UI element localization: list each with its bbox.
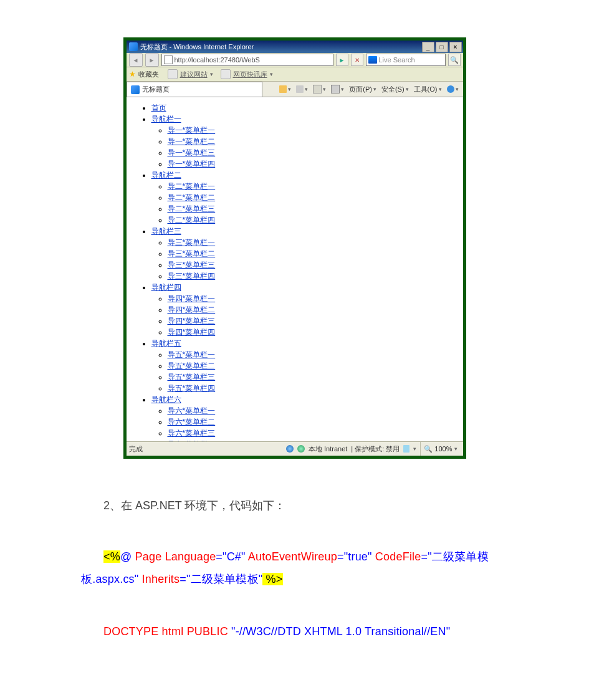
stop-button[interactable]: ✕	[351, 54, 363, 66]
submenu-item: 导二*菜单栏三	[168, 204, 454, 214]
browser-tab[interactable]: 无标题页	[127, 82, 262, 97]
submenu-list: 导三*菜单栏一导三*菜单栏二导三*菜单栏三导三*菜单栏四	[151, 237, 454, 282]
zone-icon	[297, 445, 305, 453]
submenu-list: 导四*菜单栏一导四*菜单栏二导四*菜单栏三导四*菜单栏四	[151, 294, 454, 338]
submenu-link[interactable]: 导五*菜单栏三	[168, 373, 216, 381]
sites-icon	[168, 69, 178, 79]
maximize-button[interactable]: □	[436, 42, 448, 52]
submenu-link[interactable]: 导六*菜单栏三	[168, 429, 216, 438]
window-title: 无标题页 - Windows Internet Explorer	[140, 42, 422, 52]
nav-item: 导航栏四导四*菜单栏一导四*菜单栏二导四*菜单栏三导四*菜单栏四	[151, 282, 454, 338]
minimize-button[interactable]: _	[422, 42, 434, 52]
submenu-link[interactable]: 导五*菜单栏四	[168, 384, 216, 393]
submenu-item: 导五*菜单栏二	[168, 361, 454, 372]
code-eq: =	[337, 550, 344, 563]
nav-link[interactable]: 导航栏三	[151, 227, 181, 236]
shield-icon	[403, 445, 409, 453]
submenu-item: 导一*菜单栏三	[168, 148, 454, 158]
code-open-tag: <%	[103, 550, 120, 563]
code-page: Page	[132, 550, 165, 563]
status-bar: 完成 本地 Intranet | 保护模式: 禁用 ▾ 🔍 100% ▾	[127, 441, 463, 456]
mail-button[interactable]: ▾	[311, 85, 328, 93]
ie-titlebar: 无标题页 - Windows Internet Explorer _ □ ×	[127, 41, 463, 53]
nav-link[interactable]: 导航栏六	[151, 395, 181, 404]
search-placeholder: Live Search	[379, 56, 415, 64]
submenu-link[interactable]: 导六*菜单栏四	[168, 440, 216, 441]
nav-link[interactable]: 导航栏四	[151, 283, 181, 292]
back-button[interactable]: ◄	[129, 53, 143, 67]
code-language-key: Language	[165, 550, 216, 563]
doctype-b: html	[158, 625, 183, 638]
favorites-label[interactable]: 收藏夹	[138, 70, 159, 79]
submenu-item: 导五*菜单栏三	[168, 372, 454, 383]
submenu-item: 导六*菜单栏四	[168, 439, 454, 441]
status-done: 完成	[129, 444, 166, 454]
submenu-link[interactable]: 导三*菜单栏四	[168, 272, 216, 280]
intro-paragraph: 2、在 ASP.NET 环境下，代码如下：	[81, 496, 508, 515]
go-button[interactable]: ►	[336, 54, 348, 66]
page-icon	[164, 55, 173, 64]
submenu-link[interactable]: 导六*菜单栏二	[168, 418, 216, 426]
nav-item: 首页	[151, 103, 454, 113]
search-button[interactable]: 🔍	[448, 54, 461, 66]
page-menu[interactable]: 页面(P)▾	[347, 85, 378, 94]
forward-button[interactable]: ►	[145, 53, 159, 67]
submenu-link[interactable]: 导二*菜单栏三	[168, 204, 216, 213]
close-button[interactable]: ×	[449, 42, 462, 52]
rss-button[interactable]: ▾	[294, 85, 310, 93]
ie-window: 无标题页 - Windows Internet Explorer _ □ × ◄…	[123, 37, 466, 459]
submenu-link[interactable]: 导一*菜单栏三	[168, 148, 216, 157]
tools-menu[interactable]: 工具(O)▾	[412, 85, 444, 94]
address-url: http://localhost:27480/WebS	[175, 56, 260, 64]
submenu-link[interactable]: 导二*菜单栏四	[168, 216, 216, 224]
home-button[interactable]: ▾	[277, 85, 293, 93]
command-bar: ▾ ▾ ▾ ▾ 页面(P)▾ 安全(S)▾ 工具(O)▾ ▾	[262, 82, 463, 97]
webslice-icon	[221, 69, 231, 79]
safety-menu[interactable]: 安全(S)▾	[380, 85, 411, 94]
submenu-item: 导二*菜单栏二	[168, 193, 454, 203]
submenu-link[interactable]: 导四*菜单栏一	[168, 294, 216, 303]
code-eq: =	[421, 550, 428, 563]
live-search-icon	[368, 56, 377, 64]
submenu-link[interactable]: 导一*菜单栏四	[168, 160, 216, 168]
nav-link[interactable]: 导航栏五	[151, 339, 181, 348]
zoom-control[interactable]: 🔍 100% ▾	[420, 442, 460, 456]
code-close-tag: %>	[262, 573, 282, 585]
code-at: @	[120, 550, 132, 563]
address-bar-row: ◄ ► http://localhost:27480/WebS ► ✕ Live…	[127, 53, 463, 67]
submenu-link[interactable]: 导四*菜单栏四	[168, 328, 216, 337]
favorites-row: ★ 收藏夹 建议网站 ▾ 网页快讯库 ▾	[127, 67, 463, 82]
submenu-link[interactable]: 导四*菜单栏三	[168, 317, 216, 325]
submenu-link[interactable]: 导三*菜单栏一	[168, 238, 216, 247]
code-aew-val: "true"	[344, 550, 372, 563]
print-button[interactable]: ▾	[329, 85, 346, 93]
suggested-sites-link[interactable]: 建议网站	[180, 70, 208, 79]
code-inherits-key: Inherits	[138, 573, 180, 585]
address-bar[interactable]: http://localhost:27480/WebS	[161, 54, 333, 66]
submenu-link[interactable]: 导六*菜单栏一	[168, 406, 216, 415]
nav-link[interactable]: 导航栏一	[151, 115, 181, 123]
web-slice-link[interactable]: 网页快讯库	[233, 70, 267, 79]
nav-link[interactable]: 首页	[151, 103, 166, 112]
chevron-down-icon: ▾	[454, 446, 457, 452]
submenu-list: 导五*菜单栏一导五*菜单栏二导五*菜单栏三导五*菜单栏四	[151, 350, 454, 394]
submenu-item: 导一*菜单栏四	[168, 159, 454, 170]
submenu-link[interactable]: 导三*菜单栏三	[168, 261, 216, 269]
nav-link[interactable]: 导航栏二	[151, 171, 181, 180]
nav-item: 导航栏三导三*菜单栏一导三*菜单栏二导三*菜单栏三导三*菜单栏四	[151, 226, 454, 282]
aspx-code-block: <%@ Page Language="C#" AutoEventWireup="…	[81, 545, 508, 643]
submenu-link[interactable]: 导三*菜单栏二	[168, 249, 216, 258]
submenu-item: 导二*菜单栏四	[168, 215, 454, 226]
submenu-item: 导一*菜单栏一	[168, 125, 454, 136]
search-box[interactable]: Live Search	[366, 54, 446, 66]
submenu-link[interactable]: 导一*菜单栏二	[168, 137, 216, 146]
code-language-val: "C#"	[223, 550, 246, 563]
submenu-link[interactable]: 导五*菜单栏二	[168, 362, 216, 370]
submenu-link[interactable]: 导四*菜单栏二	[168, 305, 216, 314]
submenu-link[interactable]: 导二*菜单栏一	[168, 182, 216, 191]
submenu-item: 导三*菜单栏四	[168, 271, 454, 282]
submenu-link[interactable]: 导五*菜单栏一	[168, 350, 216, 359]
submenu-link[interactable]: 导一*菜单栏一	[168, 126, 216, 135]
help-button[interactable]: ▾	[445, 85, 461, 93]
submenu-link[interactable]: 导二*菜单栏二	[168, 193, 216, 202]
